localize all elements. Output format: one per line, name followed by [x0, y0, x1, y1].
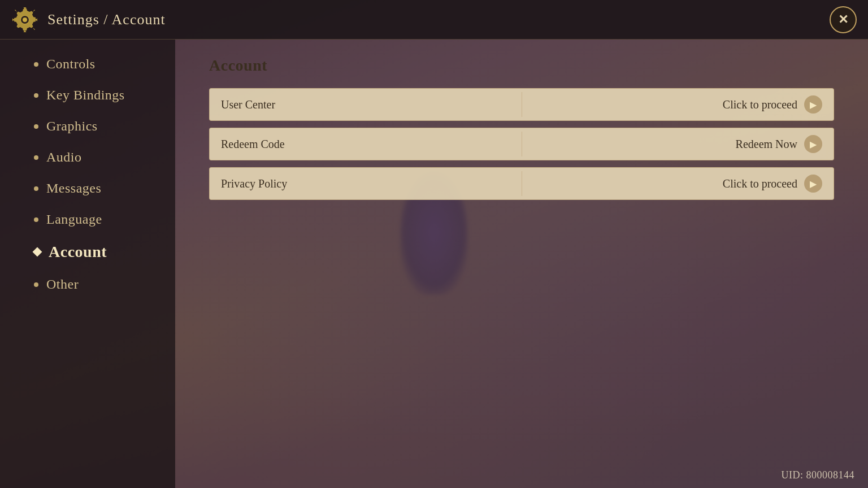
settings-sidebar: ControlsKey BindingsGraphicsAudioMessage…	[0, 40, 175, 488]
proceed-arrow-icon: ▶	[804, 135, 822, 153]
row-divider	[522, 92, 522, 117]
bullet-icon	[34, 217, 38, 222]
sidebar-item-label: Graphics	[46, 119, 98, 134]
close-icon: ✕	[838, 12, 848, 27]
sidebar-item-label: Key Bindings	[46, 88, 125, 103]
bullet-icon	[34, 155, 38, 160]
bullet-icon	[34, 282, 38, 287]
sidebar-item-label: Audio	[46, 150, 82, 165]
sidebar-item-label: Language	[46, 212, 102, 227]
row-divider	[522, 171, 522, 197]
bullet-icon	[34, 93, 38, 98]
action-row-user-center[interactable]: User CenterClick to proceed▶	[209, 88, 834, 121]
svg-point-2	[23, 18, 27, 22]
action-label: Redeem Now	[736, 138, 797, 151]
action-row-label: User Center	[221, 98, 723, 111]
settings-header: Settings / Account ✕	[0, 0, 868, 40]
sidebar-item-graphics[interactable]: Graphics	[34, 119, 175, 134]
uid-display: UID: 800008144	[782, 469, 855, 481]
action-label: Click to proceed	[723, 177, 797, 190]
sidebar-item-label: Messages	[46, 181, 101, 196]
bullet-icon	[34, 62, 38, 67]
sidebar-item-label: Account	[49, 243, 107, 261]
sidebar-item-audio[interactable]: Audio	[34, 150, 175, 165]
action-row-right: Click to proceed▶	[723, 95, 822, 114]
bullet-icon	[34, 124, 38, 129]
sidebar-item-controls[interactable]: Controls	[34, 56, 175, 72]
action-row-label: Redeem Code	[221, 138, 736, 151]
close-button[interactable]: ✕	[830, 6, 857, 33]
sidebar-item-messages[interactable]: Messages	[34, 181, 175, 196]
action-label: Click to proceed	[723, 98, 797, 111]
active-bullet-icon	[33, 247, 42, 257]
account-panel: Account User CenterClick to proceed▶Rede…	[175, 40, 868, 488]
bullet-icon	[34, 186, 38, 191]
header-title: Settings / Account	[47, 11, 166, 28]
sidebar-item-account[interactable]: Account	[34, 243, 175, 261]
panel-title: Account	[209, 56, 834, 75]
proceed-arrow-icon: ▶	[804, 95, 822, 114]
action-row-privacy-policy[interactable]: Privacy PolicyClick to proceed▶	[209, 167, 834, 200]
action-row-label: Privacy Policy	[221, 177, 723, 190]
sidebar-item-other[interactable]: Other	[34, 277, 175, 292]
sidebar-item-label: Controls	[46, 56, 96, 72]
main-content: ControlsKey BindingsGraphicsAudioMessage…	[0, 40, 868, 488]
sidebar-item-language[interactable]: Language	[34, 212, 175, 227]
sidebar-item-key-bindings[interactable]: Key Bindings	[34, 88, 175, 103]
settings-gear-icon	[11, 6, 38, 33]
action-row-right: Redeem Now▶	[736, 135, 822, 153]
action-row-right: Click to proceed▶	[723, 175, 822, 193]
action-row-redeem-code[interactable]: Redeem CodeRedeem Now▶	[209, 128, 834, 160]
row-divider	[522, 132, 522, 157]
proceed-arrow-icon: ▶	[804, 175, 822, 193]
sidebar-item-label: Other	[46, 277, 79, 292]
